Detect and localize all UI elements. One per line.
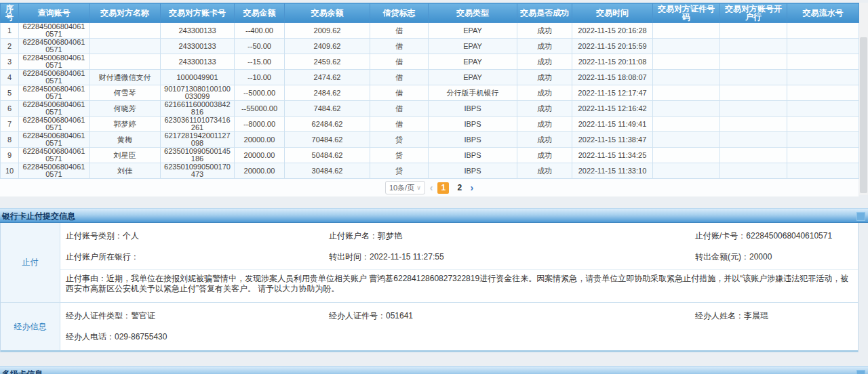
- page-button-2[interactable]: 2: [454, 182, 465, 194]
- table-cell: 2022-11-15 12:17:47: [572, 85, 653, 101]
- chevron-down-icon: ∨: [416, 184, 421, 191]
- table-cell: [787, 101, 859, 117]
- column-header: 交易时间: [572, 3, 653, 23]
- next-page-button[interactable]: ›: [470, 182, 473, 194]
- table-cell: 贷: [370, 163, 429, 179]
- scrollbar-track: [859, 3, 868, 195]
- table-cell: 8: [1, 132, 19, 148]
- table-cell: [90, 54, 161, 70]
- table-cell: 9010713080100100033099: [161, 85, 235, 101]
- agent-id-type: 经办人证件类型：警官证: [66, 310, 329, 322]
- table-cell: IBPS: [429, 117, 517, 132]
- table-cell: [653, 132, 720, 148]
- table-cell: 6228450068040610571: [19, 148, 90, 163]
- table-cell: 2022-11-15 20:15:59: [572, 39, 653, 54]
- transactions-table: 序号查询账号交易对方名称交易对方账卡号交易金额交易余额借贷标志交易类型交易是否成…: [0, 3, 859, 179]
- table-cell: 243300133: [161, 23, 235, 39]
- page-size-select[interactable]: 10条/页 ∨: [385, 181, 425, 194]
- column-header: 借贷标志: [370, 3, 429, 23]
- table-cell: 成功: [517, 101, 572, 117]
- table-row: 76228450068040610571郭梦婷62303611010734162…: [1, 117, 859, 132]
- table-cell: 30484.62: [285, 163, 370, 179]
- table-cell: --8000.00: [235, 117, 285, 132]
- table-cell: 借: [370, 54, 429, 70]
- table-cell: 6228450068040610571: [19, 132, 90, 148]
- table-cell: --55000.00: [235, 101, 285, 117]
- table-cell: 1000049901: [161, 70, 235, 85]
- table-cell: [720, 23, 787, 39]
- multi-card-section-title: 多级卡信息: [2, 369, 43, 374]
- page-button-1[interactable]: 1: [437, 182, 449, 194]
- table-cell: [653, 54, 720, 70]
- transfer-out-time: 转出时间：2022-11-15 11:27:55: [329, 251, 695, 263]
- table-cell: [720, 148, 787, 163]
- table-cell: 50484.62: [285, 148, 370, 163]
- table-cell: 成功: [517, 54, 572, 70]
- table-cell: [653, 23, 720, 39]
- table-row: 26228450068040610571243300133--50.002409…: [1, 39, 859, 54]
- table-cell: 借: [370, 23, 429, 39]
- table-cell: 6228450068040610571: [19, 163, 90, 179]
- table-cell: 2484.62: [285, 85, 370, 101]
- prev-page-button[interactable]: ‹: [430, 182, 433, 194]
- table-cell: 6228450068040610571: [19, 117, 90, 132]
- table-cell: 贷: [370, 148, 429, 163]
- column-header: 序号: [1, 3, 19, 23]
- table-cell: [720, 85, 787, 101]
- table-cell: 2022-11-15 11:34:25: [572, 148, 653, 163]
- table-cell: 成功: [517, 117, 572, 132]
- column-header: 交易余额: [285, 3, 370, 23]
- table-cell: 5: [1, 85, 19, 101]
- table-cell: 6230361101073416261: [161, 117, 235, 132]
- table-cell: 2022-11-15 11:49:41: [572, 117, 653, 132]
- agent-id-number: 经办人证件号：051641: [329, 310, 695, 322]
- page-size-value: 10条/页: [389, 183, 414, 193]
- table-cell: [653, 39, 720, 54]
- collapse-icon[interactable]: [856, 212, 865, 221]
- table-cell: [787, 39, 859, 54]
- multi-card-section-bar: 多级卡信息: [0, 366, 868, 374]
- column-header: 交易类型: [429, 3, 517, 23]
- table-cell: 20000.00: [235, 148, 285, 163]
- stop-payment-reason: 止付事由：近期，我单位在接报刘妮被骗警情中，发现涉案人员利用贵单位相关账户 曹鸿…: [60, 269, 858, 299]
- stop-payment-group-label: 止付: [1, 223, 60, 302]
- agent-row-1: 经办人证件类型：警官证 经办人证件号：051641 经办人姓名：李晨琨: [60, 306, 858, 327]
- scrollbar-thumb[interactable]: [860, 37, 867, 193]
- table-cell: 郭梦婷: [90, 117, 161, 132]
- table-cell: 2022-11-15 20:11:08: [572, 54, 653, 70]
- table-cell: EPAY: [429, 23, 517, 39]
- stop-payment-group: 止付 止付账号类别：个人 止付账户名：郭梦艳 止付账/卡号：6228450068…: [1, 223, 858, 303]
- stop-account-type: 止付账号类别：个人: [66, 230, 329, 242]
- table-cell: IBPS: [429, 163, 517, 179]
- table-row: 46228450068040610571财付通微信支付1000049901--1…: [1, 70, 859, 85]
- table-cell: 6: [1, 101, 19, 117]
- column-header: 交易金额: [235, 3, 285, 23]
- table-row: 106228450068040610571刘佳62350109905001704…: [1, 163, 859, 179]
- transfer-out-amount: 转出金额(元)：20000: [695, 251, 858, 263]
- table-cell: 2022-11-15 11:33:10: [572, 163, 653, 179]
- agent-row-2: 经办人电话：029-86755430: [60, 327, 858, 348]
- table-cell: [653, 148, 720, 163]
- table-cell: 6228450068040610571: [19, 23, 90, 39]
- agent-info-group-label: 经办信息: [1, 303, 60, 350]
- table-cell: 2022-11-15 12:16:42: [572, 101, 653, 117]
- table-cell: 6235010990500145186: [161, 148, 235, 163]
- table-cell: [787, 54, 859, 70]
- table-cell: 借: [370, 101, 429, 117]
- collapse-icon[interactable]: [856, 370, 865, 374]
- table-cell: [653, 70, 720, 85]
- table-cell: [787, 70, 859, 85]
- table-cell: --50.00: [235, 39, 285, 54]
- table-cell: --10.00: [235, 70, 285, 85]
- table-cell: 分行版手机银行: [429, 85, 517, 101]
- column-header: 交易对方证件号码: [653, 3, 720, 23]
- main-content: 序号查询账号交易对方名称交易对方账卡号交易金额交易余额借贷标志交易类型交易是否成…: [0, 0, 859, 374]
- stop-payment-box: 止付 止付账号类别：个人 止付账户名：郭梦艳 止付账/卡号：6228450068…: [0, 223, 859, 352]
- table-row: 36228450068040610571243300133--15.002459…: [1, 54, 859, 70]
- table-cell: EPAY: [429, 54, 517, 70]
- table-cell: 9: [1, 148, 19, 163]
- table-cell: 20000.00: [235, 163, 285, 179]
- table-cell: 6228450068040610571: [19, 54, 90, 70]
- table-cell: 2022-11-15 20:16:28: [572, 23, 653, 39]
- table-cell: --15.00: [235, 54, 285, 70]
